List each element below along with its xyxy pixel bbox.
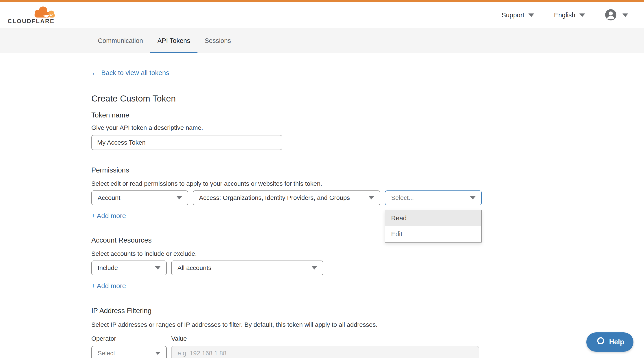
ip-filtering-row: Operator Select... Value	[91, 335, 644, 358]
resource-mode-select[interactable]: Include	[91, 260, 167, 275]
ip-filtering-heading: IP Address Filtering	[91, 307, 644, 315]
ip-value-input[interactable]	[171, 346, 479, 358]
chevron-down-icon	[312, 266, 317, 269]
chevron-down-icon	[176, 196, 182, 199]
account-menu[interactable]	[605, 9, 628, 22]
chat-bubble-icon	[596, 336, 606, 348]
permission-level-menu: Read Edit	[385, 210, 482, 243]
tab-communication[interactable]: Communication	[91, 28, 150, 53]
menu-option-edit[interactable]: Edit	[385, 226, 481, 242]
permission-resource-select[interactable]: Access: Organizations, Identity Provider…	[193, 190, 380, 205]
header-nav: Support English	[502, 9, 628, 22]
chevron-down-icon	[580, 14, 585, 17]
brand-color-strip	[0, 0, 644, 2]
permissions-select-row: Account Access: Organizations, Identity …	[91, 190, 644, 205]
account-resources-add-more-link[interactable]: + Add more	[91, 282, 126, 290]
token-name-description: Give your API token a descriptive name.	[91, 124, 644, 131]
token-name-heading: Token name	[91, 111, 644, 119]
chevron-down-icon	[369, 196, 374, 199]
main-content: ← Back to view all tokens Create Custom …	[0, 53, 644, 358]
back-link-label: Back to view all tokens	[101, 69, 169, 77]
permissions-heading: Permissions	[91, 166, 644, 174]
help-button-label: Help	[609, 338, 624, 346]
ip-value-label: Value	[171, 335, 479, 342]
resource-accounts-select[interactable]: All accounts	[171, 260, 323, 275]
permissions-description: Select edit or read permissions to apply…	[91, 180, 644, 187]
chevron-down-icon	[470, 196, 476, 199]
token-name-input[interactable]	[91, 135, 282, 150]
profile-tabbar: Communication API Tokens Sessions	[0, 28, 644, 53]
permission-level-placeholder: Select...	[391, 194, 414, 201]
permission-level-select[interactable]: Select... Read Edit	[385, 190, 482, 205]
ip-operator-column: Operator Select...	[91, 335, 167, 358]
support-menu[interactable]: Support	[502, 12, 534, 19]
resource-accounts-value: All accounts	[178, 264, 212, 271]
permission-resource-value: Access: Organizations, Identity Provider…	[199, 194, 350, 201]
language-menu-label: English	[554, 12, 575, 19]
tab-sessions[interactable]: Sessions	[198, 28, 238, 53]
support-menu-label: Support	[502, 12, 524, 19]
ip-value-column: Value	[171, 335, 479, 358]
page-title: Create Custom Token	[91, 94, 644, 104]
menu-option-read[interactable]: Read	[385, 210, 481, 226]
tab-communication-label: Communication	[98, 37, 143, 45]
ip-operator-label: Operator	[91, 335, 167, 342]
ip-operator-placeholder: Select...	[98, 350, 120, 357]
help-button[interactable]: Help	[586, 332, 634, 352]
account-resources-heading: Account Resources	[91, 236, 644, 244]
global-header: CLOUDFLARE Support English	[0, 2, 644, 28]
back-arrow-icon: ←	[91, 69, 98, 77]
language-menu[interactable]: English	[554, 12, 585, 19]
permissions-add-more-link[interactable]: + Add more	[91, 212, 126, 220]
chevron-down-icon	[528, 14, 534, 17]
account-resources-select-row: Include All accounts	[91, 260, 644, 275]
tab-api-tokens[interactable]: API Tokens	[150, 28, 197, 53]
ip-filtering-description: Select IP addresses or ranges of IP addr…	[91, 321, 644, 328]
chevron-down-icon	[155, 266, 160, 269]
cloudflare-logo-text: CLOUDFLARE	[8, 18, 54, 25]
resource-mode-value: Include	[98, 264, 118, 271]
tab-api-tokens-label: API Tokens	[157, 37, 190, 45]
account-resources-description: Select accounts to include or exclude.	[91, 250, 644, 257]
permission-scope-select[interactable]: Account	[91, 190, 188, 205]
cloudflare-logo[interactable]: CLOUDFLARE	[8, 4, 54, 27]
chevron-down-icon	[155, 352, 160, 355]
chevron-down-icon	[622, 14, 628, 17]
user-avatar-icon	[605, 9, 616, 22]
permission-scope-value: Account	[98, 194, 120, 201]
tab-sessions-label: Sessions	[205, 37, 231, 45]
ip-operator-select[interactable]: Select...	[91, 346, 167, 358]
back-to-tokens-link[interactable]: ← Back to view all tokens	[91, 69, 169, 77]
